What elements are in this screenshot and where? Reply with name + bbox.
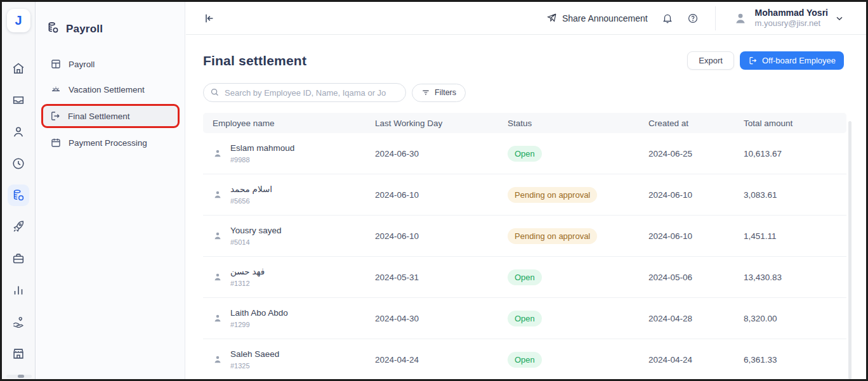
home-icon[interactable] — [8, 58, 29, 79]
last-working-day: 2024-04-24 — [375, 355, 508, 365]
table-row[interactable]: فهد حسن #1312 2024-05-31 Open 2024-05-06… — [203, 257, 846, 298]
table-row[interactable]: Yousry sayed #5014 2024-06-10 Pending on… — [203, 216, 846, 257]
table-body: Eslam mahmoud #9988 2024-06-30 Open 2024… — [203, 133, 846, 380]
last-working-day: 2024-06-30 — [375, 149, 508, 158]
total-amount: 8,320.00 — [744, 314, 846, 323]
column-total-amount: Total amount — [744, 119, 846, 128]
table-header: Employee name Last Working Day Status Cr… — [203, 113, 846, 133]
people-icon[interactable] — [8, 121, 29, 143]
table-icon — [50, 58, 62, 70]
onboarding-rocket-icon[interactable] — [8, 216, 29, 238]
payroll-icon[interactable] — [8, 184, 29, 206]
search-input[interactable] — [203, 83, 406, 102]
employee-name: Yousry sayed — [230, 225, 282, 236]
benefits-hand-heart-icon[interactable] — [8, 311, 29, 333]
created-at: 2024-06-10 — [648, 231, 744, 241]
total-amount: 3,083.61 — [744, 190, 846, 200]
chevron-down-icon — [834, 13, 845, 23]
employee-name: فهد حسن — [230, 266, 265, 278]
payroll-sidebar: Payroll Payroll Vacation Settlement Fina… — [36, 2, 185, 379]
share-announcement-button[interactable]: Share Announcement — [546, 13, 648, 23]
employee-avatar-icon — [213, 148, 223, 158]
page-title: Final settlement — [203, 53, 306, 68]
topbar-divider — [715, 6, 716, 30]
employee-avatar-icon — [213, 313, 223, 323]
column-employee-name: Employee name — [203, 119, 375, 128]
sidebar-item-payroll[interactable]: Payroll — [44, 53, 177, 75]
reports-chart-icon[interactable] — [8, 280, 29, 301]
notifications-bell-icon[interactable] — [662, 13, 673, 24]
sidebar-title: Payroll — [66, 23, 103, 36]
inbox-icon[interactable] — [8, 89, 29, 111]
employee-avatar-icon — [213, 190, 223, 200]
search-icon — [210, 87, 220, 100]
offboard-icon — [748, 56, 758, 65]
table-row[interactable]: Laith Abo Abdo #1299 2024-04-30 Open 202… — [203, 298, 846, 339]
created-at: 2024-04-24 — [648, 355, 744, 365]
table-row[interactable]: Saleh Saeed #1325 2024-04-24 Open 2024-0… — [203, 339, 846, 380]
sidebar-menu: Payroll Vacation Settlement Final Settle… — [36, 53, 185, 153]
user-menu[interactable]: Mohammad Yosri m.yousry@jisr.net — [732, 8, 845, 29]
avatar — [732, 10, 749, 27]
search-box — [203, 83, 406, 102]
sidebar-header: Payroll — [36, 2, 185, 37]
last-working-day: 2024-05-31 — [375, 273, 508, 282]
collapse-sidebar-icon[interactable] — [203, 12, 216, 25]
column-last-working-day: Last Working Day — [375, 119, 508, 128]
filters-button[interactable]: Filters — [412, 84, 466, 102]
created-at: 2024-04-28 — [648, 314, 744, 323]
icon-rail: J — [2, 2, 36, 379]
help-icon[interactable] — [687, 13, 699, 24]
total-amount: 10,613.67 — [744, 149, 846, 158]
filter-icon — [421, 88, 430, 97]
marketplace-store-icon[interactable] — [8, 343, 29, 365]
export-button[interactable]: Export — [687, 51, 734, 70]
column-status: Status — [508, 119, 648, 128]
paper-plane-icon — [546, 13, 557, 23]
rail-scrollbar[interactable] — [6, 375, 32, 378]
employee-id: #1325 — [230, 361, 279, 370]
topbar: Share Announcement Mohammad Yosri m.yous… — [186, 2, 866, 35]
created-at: 2024-06-10 — [648, 190, 744, 200]
logout-icon — [49, 110, 61, 122]
final-settlement-table: Employee name Last Working Day Status Cr… — [203, 113, 846, 380]
offboard-employee-button[interactable]: Off-board Employee — [740, 51, 844, 70]
employee-name: Laith Abo Abdo — [230, 307, 288, 319]
created-at: 2024-05-06 — [648, 273, 744, 282]
sidebar-item-final-settlement[interactable]: Final Settlement — [41, 104, 180, 128]
created-at: 2024-06-25 — [648, 149, 744, 158]
jobs-briefcase-icon[interactable] — [8, 248, 29, 269]
payroll-coins-icon — [46, 21, 60, 37]
employee-id: #5656 — [230, 197, 272, 205]
user-email: m.yousry@jisr.net — [755, 18, 828, 29]
time-icon[interactable] — [8, 153, 29, 174]
user-name: Mohammad Yosri — [755, 8, 828, 19]
employee-avatar-icon — [213, 231, 223, 241]
status-badge: Open — [508, 269, 542, 285]
sidebar-item-vacation-settlement[interactable]: Vacation Settlement — [44, 79, 177, 100]
jisr-logo[interactable]: J — [7, 9, 30, 32]
status-badge: Pending on approval — [508, 187, 597, 203]
employee-avatar-icon — [213, 354, 223, 365]
employee-name: Eslam mahmoud — [230, 143, 294, 154]
employee-id: #1312 — [230, 279, 265, 288]
status-badge: Open — [508, 146, 542, 162]
employee-name: اسلام محمد — [230, 184, 272, 195]
status-badge: Pending on approval — [508, 228, 597, 244]
table-row[interactable]: Eslam mahmoud #9988 2024-06-30 Open 2024… — [203, 133, 846, 174]
app-window: J — [0, 0, 868, 381]
vertical-scrollbar[interactable] — [848, 121, 852, 379]
employee-avatar-icon — [213, 272, 223, 282]
status-badge: Open — [508, 311, 542, 326]
column-created-at: Created at — [648, 119, 744, 128]
main-area: Share Announcement Mohammad Yosri m.yous… — [186, 2, 866, 379]
employee-id: #9988 — [230, 155, 294, 164]
last-working-day: 2024-04-30 — [375, 314, 508, 323]
calendar-icon — [50, 137, 62, 148]
sidebar-item-payment-processing[interactable]: Payment Processing — [44, 132, 177, 153]
status-badge: Open — [508, 352, 542, 368]
total-amount: 1,451.11 — [744, 231, 846, 241]
table-row[interactable]: اسلام محمد #5656 2024-06-10 Pending on a… — [203, 174, 846, 216]
total-amount: 6,361.33 — [744, 355, 846, 365]
employee-id: #5014 — [230, 238, 282, 247]
